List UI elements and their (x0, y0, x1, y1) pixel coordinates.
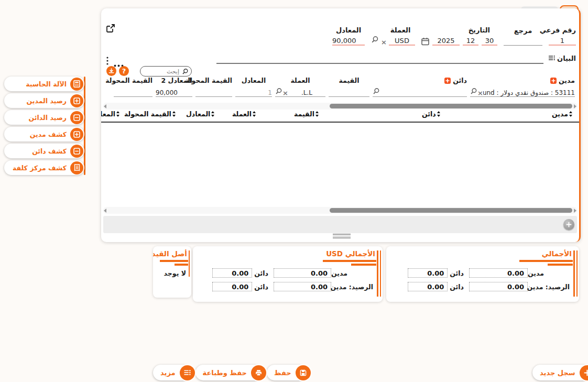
credit-total-value: 0.00 (212, 268, 252, 278)
search-icon[interactable] (371, 36, 379, 46)
more-button[interactable]: مزيد (153, 365, 191, 380)
entry-converted2-label: القيمة المحولة (114, 77, 153, 84)
entry-fields-row: مدين 53111 : صندوق نقدي دولار : und × دا… (114, 77, 575, 97)
column-header-credit[interactable]: دائن (422, 110, 441, 118)
scroll-right-arrow[interactable] (574, 104, 576, 108)
statement-label: البيان (557, 54, 576, 62)
clear-icon[interactable]: × (282, 90, 288, 96)
sidebar-item-cost-center-statement[interactable]: كشف مركز كلفة (4, 160, 84, 175)
table-hscrollbar-top (103, 103, 577, 110)
add-account-icon[interactable] (550, 78, 557, 84)
search-input[interactable] (141, 68, 180, 75)
rate-input[interactable]: 90,000 (332, 34, 365, 46)
sidebar-item-label: رصيد الدائن (29, 114, 67, 122)
statement-list-icon[interactable] (549, 54, 555, 62)
save-print-button[interactable]: حفظ وطباعة (195, 365, 262, 380)
column-header-rate[interactable]: المعادل (186, 110, 215, 118)
entry-credit-input[interactable] (373, 86, 467, 97)
save-button[interactable]: حفظ (267, 365, 307, 380)
sidebar-item-credit-statement[interactable]: كشف دائن (4, 144, 84, 158)
add-account-icon[interactable] (444, 78, 451, 84)
date-day-input[interactable]: 30 (482, 34, 497, 46)
reference-field: مرجع (504, 27, 542, 46)
search-icon[interactable] (275, 88, 282, 96)
reference-input[interactable] (504, 35, 542, 46)
entry-rate-input[interactable]: 1 (235, 86, 272, 97)
clear-icon[interactable]: × (381, 39, 387, 46)
column-header-debit[interactable]: مدين (552, 110, 573, 118)
new-record-label: سجل جديد (540, 369, 575, 377)
sidebar-item-label: كشف مدين (30, 130, 67, 138)
scroll-left-arrow[interactable] (104, 104, 106, 108)
share-icon[interactable] (105, 23, 116, 36)
column-header-rate2[interactable]: المعا (101, 110, 120, 118)
entry-converted-input[interactable] (195, 86, 232, 97)
entry-rate-field: المعادل 1 (235, 77, 272, 97)
rate-label: المعادل (332, 26, 365, 34)
debit-total-label: مدين (528, 269, 570, 277)
totals-main-title: الأجمالي (542, 249, 572, 258)
sidebar-item-label: كشف مركز كلفة (13, 164, 67, 172)
bracket-decoration (380, 250, 382, 297)
kebab-menu-icon[interactable] (106, 57, 108, 67)
scrollbar-thumb[interactable] (330, 104, 572, 108)
column-header-currency[interactable]: العملة (232, 110, 256, 118)
balance-credit-value: 0.00 (212, 282, 252, 291)
entry-credit-label: دائن (453, 77, 467, 84)
scroll-left-arrow[interactable] (104, 209, 106, 213)
scrollbar-thumb[interactable] (330, 208, 572, 213)
statement-input[interactable] (216, 63, 543, 64)
calendar-icon[interactable] (421, 37, 429, 46)
entry-converted2-input[interactable] (114, 86, 153, 97)
search-icon[interactable] (373, 88, 380, 96)
sidebar-item-credit-balance[interactable]: رصيد الدائن (4, 110, 84, 125)
sidebar-item-label: الآلة الحاسبة (26, 80, 67, 88)
currency-field: العملة USD × (371, 26, 415, 46)
date-label: التاريخ (421, 26, 497, 34)
column-header-amount[interactable]: القيمة (294, 110, 319, 118)
balance-debit-value: 0.00 (469, 282, 528, 291)
receipt-icon (70, 161, 83, 174)
entry-currency-input[interactable]: L.L. × (275, 86, 325, 97)
add-row-button[interactable] (563, 219, 574, 230)
balance-credit-value: 0.00 (408, 282, 448, 291)
clear-icon[interactable]: × (477, 90, 483, 96)
date-month-input[interactable]: 12 (463, 34, 478, 46)
entry-debit-input[interactable]: 53111 : صندوق نقدي دولار : und × (470, 86, 575, 97)
sidebar-item-debit-statement[interactable]: كشف مدين (4, 127, 84, 141)
plus-box-icon (70, 128, 83, 141)
sidebar-item-debit-balance[interactable]: رصيد المدين (4, 93, 84, 108)
save-icon (296, 365, 311, 380)
totals-balance-row: الرصيد: مدين 0.00 دائن 0.00 (408, 282, 570, 291)
bracket-decoration (189, 250, 190, 277)
date-year-input[interactable]: 2025 (432, 34, 460, 46)
debit-total-value: 0.00 (274, 268, 331, 278)
help-button[interactable] (119, 66, 129, 76)
download-button[interactable] (106, 66, 116, 76)
entry-rate2-input[interactable]: 90,000 (156, 86, 192, 97)
entry-rate2-field: المعادل 2 90,000 (156, 77, 192, 97)
entry-amount-input[interactable] (329, 86, 369, 97)
header-fields-row: رقم فرعي 1 مرجع التاريخ 30 12 2025 (332, 26, 576, 46)
scroll-right-arrow[interactable] (574, 209, 576, 213)
bracket-decoration (519, 260, 573, 262)
entry-debit-value: 53111 : صندوق نقدي دولار : und (483, 89, 575, 96)
sidebar-item-calculator[interactable]: الآلة الحاسبة (4, 77, 84, 91)
new-record-button[interactable]: سجل جديد (532, 365, 588, 380)
balance-credit-label: دائن (254, 283, 268, 291)
sub-number-label: رقم فرعي (549, 26, 576, 34)
currency-label: العملة (371, 26, 415, 34)
currency-input[interactable]: USD (389, 34, 415, 46)
entry-origin-title: أصل القيد (153, 249, 187, 258)
sub-number-input[interactable]: 1 (549, 34, 576, 46)
panel-resize-handle[interactable] (333, 234, 351, 238)
totals-usd-card: الأجمالي USD مدين 0.00 دائن 0.00 الرصيد:… (193, 246, 383, 302)
debit-total-label: مدين (331, 269, 373, 277)
save-label: حفظ (274, 369, 291, 377)
entry-converted2-field: القيمة المحولة (114, 77, 153, 97)
search-icon[interactable] (470, 88, 477, 96)
entry-rate-label: المعادل (235, 77, 272, 84)
statement-label-group: البيان (549, 54, 576, 62)
credit-total-label: دائن (450, 269, 464, 277)
column-header-converted[interactable]: القيمة المحولة (124, 110, 176, 118)
